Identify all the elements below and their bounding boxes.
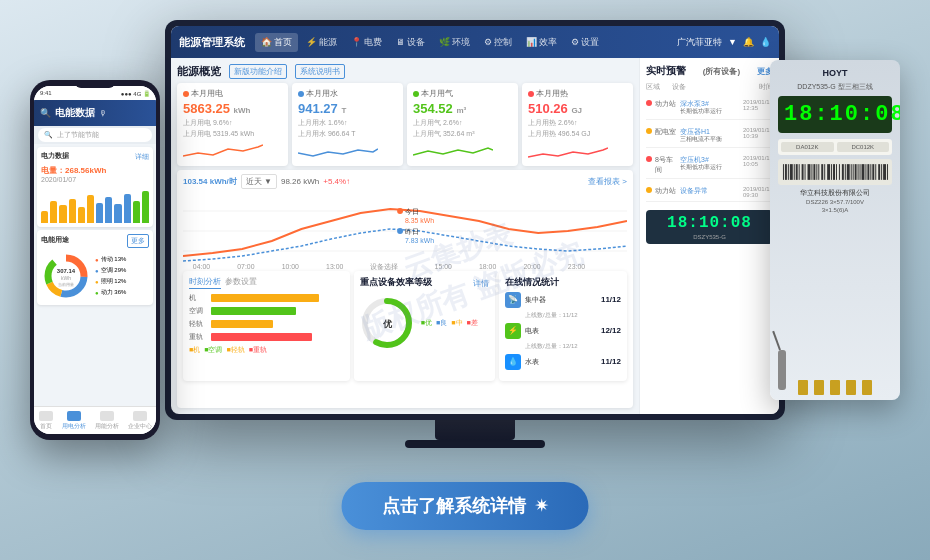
efficiency-header: 重点设备效率等级 详情 — [360, 276, 489, 292]
tab-trend-analysis[interactable]: 时刻分析 — [189, 276, 221, 289]
svg-text:设备选择: 设备选择 — [370, 263, 398, 270]
svg-rect-66 — [887, 164, 888, 180]
electricity-mini-chart — [183, 141, 263, 161]
terminal-3 — [830, 380, 840, 395]
terminal-5 — [862, 380, 872, 395]
stat-label-heat: 本月用热 — [528, 88, 627, 99]
water-meter-icon: 💧 — [505, 354, 521, 370]
nav-bell-icon[interactable]: 🔔 — [743, 37, 754, 47]
nav-dropdown-icon[interactable]: ▼ — [728, 37, 737, 47]
nav-item-control[interactable]: ⚙ 控制 — [478, 33, 518, 52]
efficiency-detail-link[interactable]: 详情 — [473, 278, 489, 289]
sidebar-meter-display: 18:10:08 DSZY535-G — [646, 210, 773, 244]
chart-value1: 103.54 kWh/时 — [183, 176, 237, 187]
new-features-btn[interactable]: 新版功能介绍 — [229, 64, 287, 79]
bar-10 — [124, 194, 131, 223]
meter-label-area: 华立科技股份有限公司 DSZ226 3×57.7/100V 3×1.5(6)A — [778, 188, 892, 215]
tab-param-settings[interactable]: 参数设置 — [225, 276, 257, 289]
bar-legend: ■机 ■空调 ■轻轨 ■重轨 — [189, 345, 344, 355]
chart-toolbar-row: 103.54 kWh/时 近天 ▼ 98.26 kWh +5.4%↑ 查看报表 … — [183, 174, 627, 189]
nav-item-home[interactable]: 🏠 首页 — [255, 33, 298, 52]
phone-mic-icon[interactable]: 🎙 — [99, 109, 107, 118]
nav-item-settings[interactable]: ⚙ 设置 — [565, 33, 605, 52]
svg-rect-31 — [790, 164, 793, 180]
svg-text:昨日: 昨日 — [405, 228, 419, 235]
svg-rect-39 — [813, 164, 815, 180]
gas-mini-chart — [413, 141, 493, 161]
phone-device: 9:41 ●●● 4G 🔋 🔍 电能数据 🎙 🔍 上了节能节能 — [30, 80, 160, 460]
cta-button[interactable]: 点击了解系统详情 ✴ — [342, 482, 589, 530]
phone-search-input[interactable]: 🔍 上了节能节能 — [38, 128, 152, 142]
nav-item-electricity[interactable]: 📍 电费 — [345, 33, 388, 52]
bar-11 — [133, 201, 140, 223]
horizontal-bars: 机 空调 轻轨 — [189, 293, 344, 342]
company-name: 广汽菲亚特 — [677, 36, 722, 49]
alert-row-2: 配电室 变压器H1 三相电流不平衡 2019/01/1510:39 — [646, 124, 773, 148]
phone-search-icon[interactable]: 🔍 — [40, 108, 51, 118]
nav-item-equipment[interactable]: 🖥 设备 — [390, 33, 431, 52]
phone-status-bar: 9:41 ●●● 4G 🔋 — [34, 86, 156, 100]
days-select[interactable]: 近天 ▼ — [241, 174, 277, 189]
nav-item-environment[interactable]: 🌿 环境 — [433, 33, 476, 52]
view-report-link[interactable]: 查看报表 > — [588, 176, 627, 187]
svg-rect-48 — [839, 164, 840, 180]
phone-nav-electricity[interactable]: 用电分析 — [62, 411, 86, 431]
nav-item-energy[interactable]: ⚡ 能源 — [300, 33, 343, 52]
svg-text:今日: 今日 — [405, 208, 419, 215]
bar-3 — [59, 205, 66, 223]
bar-1 — [41, 211, 48, 223]
phone-nav-home[interactable]: 首页 — [39, 411, 53, 431]
svg-text:18:00: 18:00 — [479, 263, 496, 270]
stat-card-water: 本月用水 941.27 T 上月用水 1.6%↑ 上月用水 966.64 T — [292, 83, 403, 166]
meter-sub-display: DA012K DC012K — [778, 139, 892, 155]
meter-body: HOYT DDZY535-G 型三相三线 18:10:08 DA012K DC0… — [770, 60, 900, 400]
efficiency-legend: ■优 ■良 ■中 ■差 — [421, 318, 478, 328]
monitor-wrap: 能源管理系统 🏠 首页 ⚡ 能源 📍 电费 🖥 — [165, 20, 785, 450]
alert-dot-1 — [646, 100, 652, 106]
electricity-dot — [183, 91, 189, 97]
nav-bar: 能源管理系统 🏠 首页 ⚡ 能源 📍 电费 🖥 — [171, 26, 779, 58]
concentrator-icon: 📡 — [505, 292, 521, 308]
svg-text:04:00: 04:00 — [193, 263, 210, 270]
phone-card1-title: 电力数据 — [41, 151, 69, 161]
svg-rect-45 — [831, 164, 832, 180]
svg-rect-51 — [847, 164, 850, 180]
nav-water-icon[interactable]: 💧 — [760, 37, 771, 47]
nav-item-efficiency[interactable]: 📊 效率 — [520, 33, 563, 52]
stat-card-heat: 本月用热 510.26 GJ 上月用热 2.6%↑ 上月用热 496.54 GJ — [522, 83, 633, 166]
phone-frame: 9:41 ●●● 4G 🔋 🔍 电能数据 🎙 🔍 上了节能节能 — [30, 80, 160, 440]
phone-nav-energy[interactable]: 用能分析 — [95, 411, 119, 431]
bar-7 — [96, 203, 103, 223]
svg-rect-65 — [883, 164, 886, 180]
environment-icon: 🌿 — [439, 37, 450, 47]
bar-4 — [69, 199, 76, 223]
donut-legend: ●传动 13% ●空调 29% ●照明 12% ●动力 36% — [95, 255, 126, 297]
svg-text:307.14: 307.14 — [57, 268, 76, 274]
phone-nav-enterprise[interactable]: 企业中心 — [128, 411, 152, 431]
nav-items: 🏠 首页 ⚡ 能源 📍 电费 🖥 设备 — [255, 33, 677, 52]
phone-title: 电能数据 — [55, 106, 95, 120]
home-icon: 🏠 — [261, 37, 272, 47]
svg-rect-56 — [860, 164, 861, 180]
analysis-tabs: 时刻分析 参数设置 — [189, 276, 344, 289]
stat-sub-electricity: 上月用电 9.6%↑ — [183, 118, 282, 128]
bar-8 — [105, 197, 112, 223]
svg-rect-54 — [855, 164, 857, 180]
phone-card2-btn[interactable]: 更多 — [127, 234, 149, 248]
meter-seg-2: DC012K — [837, 142, 890, 152]
phone-card1-detail[interactable]: 详细 — [135, 152, 149, 162]
svg-rect-34 — [799, 164, 800, 180]
bar-2 — [50, 201, 57, 223]
phone-time: 9:41 — [40, 90, 52, 96]
gas-dot — [413, 91, 419, 97]
phone-electricity-date: 2020/01/07 — [41, 176, 149, 183]
phone-screen: 9:41 ●●● 4G 🔋 🔍 电能数据 🎙 🔍 上了节能节能 — [34, 86, 156, 434]
nav-logo: 能源管理系统 — [179, 35, 245, 50]
sidebar-row-header: 区域 设备 时间 — [646, 82, 773, 92]
nav-right: 广汽菲亚特 ▼ 🔔 💧 — [677, 36, 771, 49]
alert-dot-3 — [646, 156, 652, 162]
alert-row-4: 动力站 设备异常 2019/01/1509:30 — [646, 183, 773, 202]
bar-6 — [87, 195, 94, 223]
system-manual-btn[interactable]: 系统说明书 — [295, 64, 345, 79]
meter-device: HOYT DDZY535-G 型三相三线 18:10:08 DA012K DC0… — [770, 60, 900, 440]
